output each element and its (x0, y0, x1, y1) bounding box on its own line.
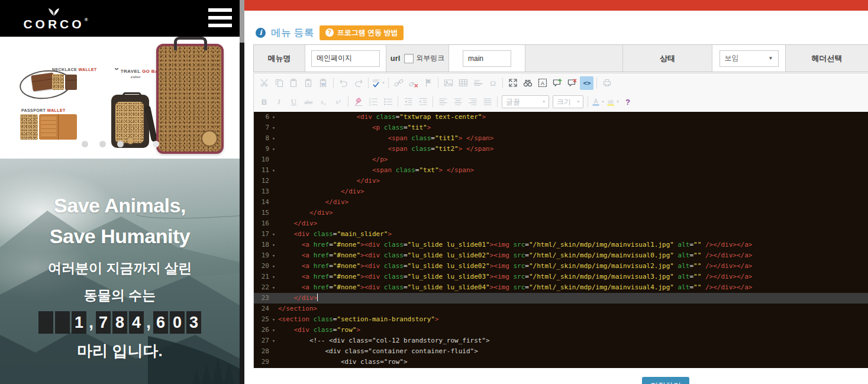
code-line-13[interactable]: 13 </div> (254, 186, 868, 197)
align-right-icon (466, 95, 479, 109)
numbered-list-icon: 123 (366, 95, 380, 109)
bg-color-icon: ab▾ (606, 95, 619, 109)
preview-scrollbar-thumb[interactable] (240, 0, 244, 43)
image-icon (441, 76, 455, 90)
code-line-26[interactable]: 26▾ <div class="row"> (254, 325, 868, 335)
fold-arrow-icon[interactable]: ▾ (269, 133, 278, 144)
source-icon[interactable]: <> (580, 76, 593, 90)
code-text: </p> (278, 154, 868, 165)
select-all-icon[interactable]: A (535, 76, 549, 90)
code-line-6[interactable]: 6▾ <div class="txtwrap text-center"> (254, 112, 868, 122)
toolbar-separator (497, 96, 498, 107)
undo-icon (337, 76, 350, 90)
horizontal-rule-icon (471, 76, 485, 90)
line-number: 13 (254, 186, 269, 197)
comment-add-icon[interactable] (550, 76, 564, 90)
code-line-9[interactable]: 9▾ <span class="tit2"> </span> (254, 144, 868, 154)
line-number: 10 (254, 154, 269, 165)
program-link-help-button[interactable]: ? 프로그램 연동 방법 (320, 25, 404, 40)
code-line-21[interactable]: 21▾ <a href="#none"><div class="lu_slide… (254, 272, 868, 282)
help-icon[interactable]: ? (621, 95, 634, 109)
url-input[interactable] (463, 50, 511, 67)
code-text: <section class="section-main-brandstory"… (278, 314, 868, 325)
comment-remove-icon[interactable] (565, 76, 579, 90)
fold-arrow-icon[interactable]: ▾ (269, 112, 278, 122)
product-slider[interactable]: NECKLACE WALLET PASSPORT WALLET TRAVEL G… (0, 37, 240, 159)
code-line-12[interactable]: 12 </div> (254, 176, 868, 186)
status-select[interactable]: 보임 ▼ (719, 50, 779, 67)
code-text: <div class="row"> (278, 325, 868, 335)
registered-mark: ® (85, 17, 88, 22)
hamburger-menu-icon[interactable] (208, 8, 232, 28)
code-line-16[interactable]: 16 </div> (254, 218, 868, 229)
fold-arrow-icon[interactable]: ▾ (269, 240, 278, 250)
site-logo[interactable]: CORCO® (20, 3, 91, 35)
external-link-checkbox[interactable] (404, 54, 414, 63)
slider-dot[interactable] (99, 141, 106, 147)
fold-arrow-icon[interactable]: ▾ (269, 272, 278, 282)
fold-spacer (269, 304, 278, 314)
fold-arrow-icon[interactable]: ▾ (269, 144, 278, 154)
code-line-15[interactable]: 15 </div> (254, 208, 868, 218)
fold-spacer (269, 208, 278, 218)
menu-name-input[interactable] (311, 50, 380, 67)
link-icon (392, 76, 405, 90)
code-line-29[interactable]: 29 <div class="row"> (254, 357, 868, 367)
preview-scrollbar[interactable] (240, 0, 244, 384)
counter-digit-box: 8 (112, 311, 127, 334)
code-line-24[interactable]: 24</section> (254, 304, 868, 314)
code-line-11[interactable]: 11▾ <span class="txt"> </span> (254, 165, 868, 176)
code-text: <span class="txt"> </span> (278, 165, 868, 176)
fold-arrow-icon[interactable]: ▾ (269, 261, 278, 272)
slider-dot[interactable] (117, 141, 124, 147)
font-select[interactable]: 글꼴▾ (502, 95, 549, 108)
slider-dot[interactable] (82, 141, 88, 147)
paste-icon (287, 76, 301, 90)
hero-title-line1: Save Animals, (0, 194, 240, 217)
maximize-icon[interactable] (506, 76, 519, 90)
code-text: <!-- <div class="col-12 brandstory_row_f… (278, 335, 868, 346)
code-line-20[interactable]: 20▾ <a href="#none"><div class="lu_slide… (254, 261, 868, 272)
passport-wallet-label: PASSPORT WALLET (21, 108, 66, 112)
fold-arrow-icon[interactable]: ▾ (269, 314, 278, 325)
hero-caption: 마리 입니다. (0, 341, 240, 362)
code-line-30[interactable]: 30 <div class="col-12 text-center"> (254, 367, 868, 368)
fold-arrow-icon[interactable]: ▾ (269, 250, 278, 261)
size-select[interactable]: 크기▾ (553, 95, 583, 108)
counter-digit-box (55, 311, 70, 334)
code-line-23[interactable]: 23 </div> (254, 293, 868, 304)
svg-text:A: A (540, 80, 544, 86)
svg-text:<>: <> (583, 79, 591, 87)
code-line-27[interactable]: 27▾ <!-- <div class="col-12 brandstory_r… (254, 335, 868, 346)
fold-arrow-icon[interactable]: ▾ (269, 122, 278, 133)
code-line-10[interactable]: 10 </p> (254, 154, 868, 165)
line-number: 20 (254, 261, 269, 272)
save-button[interactable]: 저장하기 (642, 377, 689, 384)
code-line-14[interactable]: 14 </div> (254, 197, 868, 208)
fold-arrow-icon[interactable]: ▾ (269, 165, 278, 176)
code-line-18[interactable]: 18▾ <a href="#none"><div class="lu_slide… (254, 240, 868, 250)
fold-arrow-icon[interactable]: ▾ (269, 335, 278, 346)
slider-dot[interactable] (153, 141, 159, 147)
travel-sub-label: color (131, 75, 141, 79)
fold-spacer (269, 176, 278, 186)
find-icon[interactable] (521, 76, 534, 90)
counter-digit-box: 7 (96, 311, 111, 334)
fold-arrow-icon[interactable]: ▾ (269, 282, 278, 293)
code-line-17[interactable]: 17▾ <div class="main_slider"> (254, 229, 868, 240)
line-number: 8 (254, 133, 269, 144)
code-line-22[interactable]: 22▾ <a href="#none"><div class="lu_slide… (254, 282, 868, 293)
cork-backpack-image (111, 95, 149, 148)
code-line-7[interactable]: 7▾ <p class="tit"> (254, 122, 868, 133)
fold-arrow-icon[interactable]: ▾ (269, 325, 278, 335)
code-text: <p class="tit"> (278, 122, 868, 133)
code-line-8[interactable]: 8▾ <span class="tit1"> </span> (254, 133, 868, 144)
code-line-25[interactable]: 25▾<section class="section-main-brandsto… (254, 314, 868, 325)
svg-text:?: ? (625, 98, 630, 107)
code-line-28[interactable]: 28 <div class="container container-fluid… (254, 346, 868, 357)
code-line-19[interactable]: 19▾ <a href="#none"><div class="lu_slide… (254, 250, 868, 261)
source-code-area[interactable]: 6▾ <div class="txtwrap text-center">7▾ <… (254, 112, 868, 368)
toolbar-separator (398, 96, 398, 107)
fold-arrow-icon[interactable]: ▾ (269, 229, 278, 240)
spellcheck-icon: ABC▾ (372, 76, 385, 90)
